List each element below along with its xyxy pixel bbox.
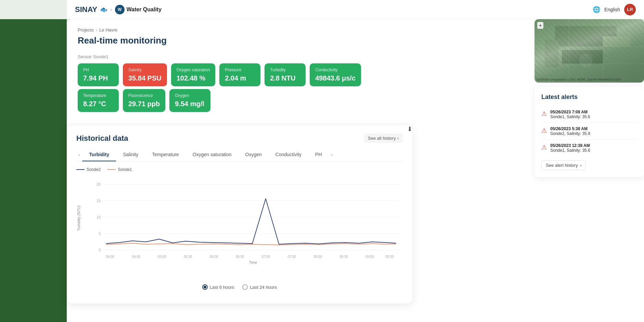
alert-text: 05/26/2023 12:38 AM Sonde1, Salinity: 35… xyxy=(550,143,590,153)
legend-sonde2-line xyxy=(76,169,85,170)
historical-section: Historical data See all history › ‹ Turb… xyxy=(67,125,412,304)
alert-message: Sonde1, Salinity: 35.6 xyxy=(550,148,590,153)
download-icon[interactable]: ⬇ xyxy=(407,125,412,133)
metric-value: 29.71 ppb xyxy=(128,100,160,108)
tab-conductivity[interactable]: Conductivity xyxy=(269,148,308,161)
svg-text:08:30: 08:30 xyxy=(339,255,348,259)
historical-header: Historical data See all history › xyxy=(76,134,403,143)
svg-text:04:30: 04:30 xyxy=(132,255,141,259)
alert-text: 05/26/2023 7:08 AM Sonde1, Salinity: 35.… xyxy=(550,110,590,119)
alerts-list: ⚠ 05/26/2023 7:08 AM Sonde1, Salinity: 3… xyxy=(541,106,637,156)
metric-value: 7.94 PH xyxy=(83,74,113,82)
content-panel: Projects › Le Havre Real-time monitoring… xyxy=(67,19,644,322)
tab-oxygen[interactable]: Oxygen xyxy=(239,148,269,161)
alerts-title: Latest alerts xyxy=(541,94,637,101)
tab-prev-button[interactable]: ‹ xyxy=(76,152,82,158)
historical-title: Historical data xyxy=(76,134,128,143)
alert-item: ⚠ 05/26/2023 5:38 AM Sonde2, Salinity: 3… xyxy=(541,123,637,140)
last-6-hours-option[interactable]: Last 6 hours xyxy=(202,284,234,290)
chevron-right-icon: › xyxy=(397,136,399,141)
alert-warning-icon: ⚠ xyxy=(541,144,547,151)
right-panels: + Earthstar Geographics | Esri, HERE, Ga… xyxy=(534,19,644,177)
metric-card-oxygen-saturation: Oxygen saturation 102.48 % xyxy=(171,63,215,86)
see-alert-history-button[interactable]: See alert history › xyxy=(541,160,586,170)
last-6-hours-label: Last 6 hours xyxy=(210,285,234,290)
alert-warning-icon: ⚠ xyxy=(541,127,547,134)
svg-text:09:00: 09:00 xyxy=(365,255,374,259)
tab-oxygen-saturation[interactable]: Oxygen saturation xyxy=(186,148,239,161)
svg-rect-3 xyxy=(545,40,558,67)
metric-card-pressure: Pressure 2.04 m xyxy=(219,63,260,86)
alert-message: Sonde1, Salinity: 35.6 xyxy=(550,114,590,119)
tab-temperature[interactable]: Temperature xyxy=(145,148,186,161)
svg-text:Time: Time xyxy=(249,260,257,264)
alerts-panel: Latest alerts ⚠ 05/26/2023 7:08 AM Sonde… xyxy=(534,87,644,177)
metric-card-fluorescence: Fluorescence 29.71 ppb xyxy=(123,89,165,112)
svg-text:05:00: 05:00 xyxy=(158,255,166,259)
language-label[interactable]: English xyxy=(604,7,620,12)
last-24-hours-option[interactable]: Last 24 hours xyxy=(242,284,277,290)
main-container: Projects › Le Havre Real-time monitoring… xyxy=(0,19,644,322)
alert-warning-icon: ⚠ xyxy=(541,110,547,117)
svg-text:10: 10 xyxy=(96,215,101,219)
logo: SINAY 🐟 xyxy=(75,5,107,14)
svg-text:06:00: 06:00 xyxy=(210,255,218,259)
alert-item: ⚠ 05/26/2023 7:08 AM Sonde1, Salinity: 3… xyxy=(541,106,637,123)
metric-card-salinity: Salinity 35.84 PSU xyxy=(123,63,167,86)
metric-value: 35.84 PSU xyxy=(128,74,162,82)
tab-next-button[interactable]: › xyxy=(329,152,335,158)
metric-value: 2.8 NTU xyxy=(270,74,300,82)
metric-label: Pressure xyxy=(225,67,255,72)
tab-bar: ‹ Turbidity Salinity Temperature Oxygen … xyxy=(76,148,403,162)
tab-turbidity[interactable]: Turbidity xyxy=(82,148,116,161)
metric-label: Salinity xyxy=(128,67,162,72)
globe-icon[interactable]: 🌐 xyxy=(593,6,600,13)
metric-card-temperature: Temperature 8.27 °C xyxy=(78,89,119,112)
svg-text:07:30: 07:30 xyxy=(288,255,296,259)
legend-sonde1: Sonde1 xyxy=(107,167,132,172)
legend-sonde2: Sonde2 xyxy=(76,167,101,172)
metric-value: 102.48 % xyxy=(177,74,210,82)
svg-point-5 xyxy=(579,53,593,67)
tab-salinity[interactable]: Salinity xyxy=(116,148,145,161)
map-satellite-bg xyxy=(534,19,644,83)
metric-card-ph: PH 7.94 PH xyxy=(78,63,119,86)
tab-ph[interactable]: PH xyxy=(308,148,329,161)
header: SINAY 🐟 › W Water Quality 🌐 English LR xyxy=(67,0,644,19)
alert-message: Sonde2, Salinity: 35.9 xyxy=(550,131,590,136)
metric-value: 2.04 m xyxy=(225,74,255,82)
alert-time: 05/26/2023 12:38 AM xyxy=(550,143,590,148)
metric-value: 8.27 °C xyxy=(83,100,113,108)
metric-label: Oxygen saturation xyxy=(177,67,210,72)
svg-text:09:30: 09:30 xyxy=(385,255,394,259)
metric-card-oxygen: Oxygen 9.54 mg/l xyxy=(169,89,210,112)
location-label: Le Havre xyxy=(99,27,117,33)
metric-card-turbidity: Turbidity 2.8 NTU xyxy=(265,63,306,86)
radio-last-6-hours[interactable] xyxy=(202,284,208,290)
svg-text:06:30: 06:30 xyxy=(236,255,244,259)
metric-value: 9.54 mg/l xyxy=(175,100,205,108)
user-avatar[interactable]: LR xyxy=(624,4,636,15)
svg-text:5: 5 xyxy=(99,232,101,236)
map-credit: Earthstar Geographics | Esri, HERE, Garm… xyxy=(537,78,620,81)
alert-text: 05/26/2023 5:38 AM Sonde2, Salinity: 35.… xyxy=(550,126,590,136)
breadcrumb-sep-1: › xyxy=(110,7,112,13)
see-all-history-button[interactable]: See all history › xyxy=(364,134,403,143)
radio-inner-filled xyxy=(204,286,206,288)
legend-sonde1-line xyxy=(107,169,116,170)
radio-last-24-hours[interactable] xyxy=(242,284,248,290)
logo-text: SINAY xyxy=(75,5,97,14)
header-right: 🌐 English LR xyxy=(593,4,636,15)
svg-text:05:30: 05:30 xyxy=(184,255,192,259)
legend-sonde1-label: Sonde1 xyxy=(118,167,132,172)
projects-link[interactable]: Projects xyxy=(78,27,94,33)
breadcrumb-sep-2: › xyxy=(96,27,97,33)
metric-label: Turbidity xyxy=(270,67,300,72)
y-axis-label: Turbidity (NTU) xyxy=(77,205,81,231)
svg-text:04:00: 04:00 xyxy=(106,255,115,259)
metric-label: PH xyxy=(83,67,113,72)
alert-item: ⚠ 05/26/2023 12:38 AM Sonde1, Salinity: … xyxy=(541,140,637,156)
last-24-hours-label: Last 24 hours xyxy=(250,285,277,290)
map-zoom-controls[interactable]: + xyxy=(537,22,543,29)
time-filter: Last 6 hours Last 24 hours xyxy=(76,284,403,290)
